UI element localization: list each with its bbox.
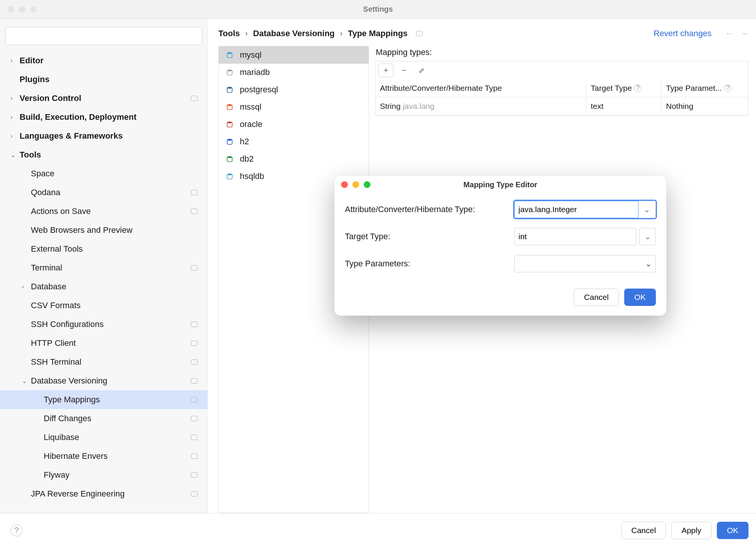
edit-button[interactable] [415, 64, 430, 77]
help-icon[interactable]: ? [634, 84, 642, 92]
table-row[interactable]: String java.lang text Nothing [375, 97, 748, 115]
sidebar-item[interactable]: Space [0, 164, 207, 183]
sidebar-item[interactable]: JPA Reverse Engineering [0, 484, 207, 503]
mapping-toolbar: + − [375, 61, 748, 79]
scope-badge-icon [191, 416, 198, 421]
sidebar-item[interactable]: Terminal [0, 258, 207, 277]
sidebar-item-label: Database Versioning [31, 376, 107, 386]
database-icon [225, 85, 235, 95]
svg-point-9 [227, 174, 232, 176]
sidebar-item[interactable]: ›Languages & Frameworks [0, 127, 207, 145]
sidebar-item[interactable]: Actions on Save [0, 202, 207, 221]
database-icon [225, 119, 235, 129]
dialog-cancel-button[interactable]: Cancel [574, 289, 619, 306]
close-icon[interactable] [8, 6, 14, 13]
db-list-item[interactable]: h2 [219, 133, 369, 150]
scope-badge-icon [191, 265, 198, 270]
column-header[interactable]: Target Type ? [586, 79, 662, 97]
svg-point-6 [227, 122, 232, 124]
scope-badge-icon [191, 472, 198, 478]
mapping-table[interactable]: Attribute/Converter/Hibernate Type Targe… [375, 79, 748, 116]
db-list-item[interactable]: mysql [219, 46, 369, 64]
chevron-down-icon[interactable]: ⌄ [639, 201, 656, 218]
sidebar-item[interactable]: ›Database [0, 277, 207, 296]
sidebar-item-label: Space [31, 169, 54, 179]
chevron-icon: › [11, 133, 20, 139]
sidebar-item[interactable]: ›Build, Execution, Deployment [0, 108, 207, 127]
zoom-icon[interactable] [30, 6, 37, 13]
settings-footer: ? Cancel Apply OK [0, 513, 756, 547]
sidebar-item-label: JPA Reverse Engineering [31, 489, 125, 499]
zoom-icon[interactable] [364, 181, 370, 188]
apply-button[interactable]: Apply [671, 522, 712, 539]
breadcrumb-item[interactable]: Type Mappings [348, 29, 408, 38]
target-type-input[interactable] [514, 228, 636, 245]
sidebar-item[interactable]: External Tools [0, 240, 207, 258]
help-icon[interactable]: ? [724, 84, 732, 92]
sidebar-item-label: SSH Terminal [31, 357, 81, 367]
chevron-right-icon: › [340, 29, 343, 38]
svg-point-4 [227, 87, 232, 89]
sidebar-item[interactable]: HTTP Client [0, 334, 207, 353]
sidebar-item[interactable]: ›Version Control [0, 89, 207, 108]
sidebar-item[interactable]: Qodana [0, 183, 207, 202]
sidebar-item[interactable]: Web Browsers and Preview [0, 221, 207, 240]
settings-search-input[interactable] [5, 27, 202, 45]
ok-button[interactable]: OK [717, 522, 748, 539]
settings-tree[interactable]: ›EditorPlugins›Version Control›Build, Ex… [0, 51, 207, 513]
sidebar-item[interactable]: ⌄Tools [0, 145, 207, 164]
back-icon[interactable]: ← [725, 29, 733, 38]
sidebar-item[interactable]: Liquibase [0, 428, 207, 447]
minimize-icon[interactable] [352, 181, 359, 188]
breadcrumb-item[interactable]: Tools [218, 29, 240, 38]
db-list-item[interactable]: oracle [219, 116, 369, 133]
db-list-item[interactable]: postgresql [219, 81, 369, 98]
sidebar-item[interactable]: Hibernate Envers [0, 447, 207, 466]
chevron-down-icon[interactable]: ⌄ [639, 228, 656, 245]
sidebar-item[interactable]: SSH Configurations [0, 315, 207, 334]
sidebar-item[interactable]: Type Mappings [0, 390, 207, 409]
db-list-item[interactable]: mssql [219, 98, 369, 116]
scope-badge-icon [191, 491, 198, 497]
minimize-icon[interactable] [19, 6, 26, 13]
traffic-lights [0, 6, 37, 13]
sidebar-item-label: Languages & Frameworks [20, 131, 123, 141]
sidebar-item-label: Plugins [20, 75, 49, 84]
chevron-down-icon: ⌄ [645, 259, 652, 268]
window-title: Settings [363, 5, 393, 14]
sidebar-item-label: CSV Formats [31, 301, 81, 310]
sidebar-item[interactable]: SSH Terminal [0, 353, 207, 371]
db-list-item[interactable]: db2 [219, 150, 369, 168]
database-icon [225, 67, 235, 77]
db-list-item[interactable]: mariadb [219, 64, 369, 81]
column-header[interactable]: Attribute/Converter/Hibernate Type [375, 79, 586, 97]
window-titlebar: Settings [0, 0, 756, 19]
sidebar-item[interactable]: Plugins [0, 70, 207, 89]
forward-icon[interactable]: → [740, 29, 748, 38]
type-parameters-label: Type Parameters: [345, 259, 514, 269]
column-header[interactable]: Type Paramet... ? [662, 79, 748, 97]
sidebar-item-label: External Tools [31, 244, 83, 254]
attribute-type-input[interactable] [514, 201, 639, 218]
chevron-right-icon: › [245, 29, 248, 38]
remove-button[interactable]: − [396, 64, 412, 77]
sidebar-item[interactable]: ⌄Database Versioning [0, 371, 207, 390]
svg-point-7 [227, 139, 232, 141]
sidebar-item[interactable]: Flyway [0, 466, 207, 484]
dialog-ok-button[interactable]: OK [624, 289, 656, 306]
db-name: db2 [240, 154, 254, 164]
db-name: hsqldb [240, 171, 264, 181]
close-icon[interactable] [341, 181, 348, 188]
help-icon[interactable]: ? [11, 524, 23, 536]
sidebar-item[interactable]: Diff Changes [0, 409, 207, 428]
sidebar-item[interactable]: ›Editor [0, 51, 207, 70]
database-icon [225, 137, 235, 147]
breadcrumb-item[interactable]: Database Versioning [253, 29, 334, 38]
add-button[interactable]: + [378, 64, 393, 77]
revert-changes-link[interactable]: Revert changes [654, 29, 712, 38]
sidebar-item[interactable]: CSV Formats [0, 296, 207, 315]
cancel-button[interactable]: Cancel [621, 522, 666, 539]
sidebar-item-label: Actions on Save [31, 206, 91, 216]
type-parameters-select[interactable]: ⌄ [514, 255, 656, 272]
svg-point-2 [227, 52, 232, 54]
